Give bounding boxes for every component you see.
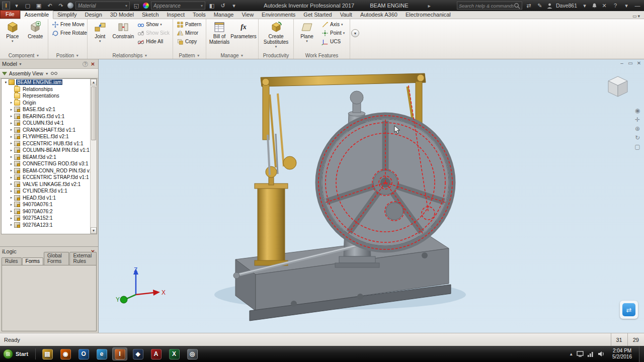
expand-arrow-icon[interactable]: ▸ bbox=[9, 189, 14, 193]
ribbon-tab-inspect[interactable]: Inspect bbox=[163, 11, 189, 19]
search-icon[interactable] bbox=[514, 3, 520, 9]
ribbon-tab-view[interactable]: View bbox=[237, 11, 258, 19]
taskbar-icon-explorer[interactable]: ▤ bbox=[40, 347, 55, 360]
ribbon-tab-file[interactable]: File bbox=[0, 10, 20, 19]
axis-button[interactable]: Axis ▾ bbox=[319, 20, 346, 29]
ilogic-tab-forms[interactable]: Forms bbox=[22, 257, 43, 265]
expand-arrow-icon[interactable]: ▸ bbox=[9, 203, 14, 207]
help-icon[interactable]: ? bbox=[611, 2, 620, 10]
appearance-caret-icon[interactable]: ▾ bbox=[201, 4, 203, 8]
ilogic-tab-global-forms[interactable]: Global Forms bbox=[44, 252, 69, 265]
view-mode-caret-icon[interactable]: ▼ bbox=[45, 72, 49, 75]
tree-item[interactable]: ▸ CYLINDER.f3d v1:1 bbox=[2, 188, 90, 195]
expand-arrow-icon[interactable]: ▸ bbox=[9, 135, 14, 139]
signed-in-user[interactable]: Dave861 bbox=[556, 3, 577, 9]
network-tray-icon[interactable] bbox=[587, 351, 594, 357]
help-search-input[interactable] bbox=[459, 3, 514, 9]
tree-item[interactable]: ▸ 90276A123:1 bbox=[2, 222, 90, 229]
taskbar-icon-inventor[interactable]: I bbox=[112, 347, 127, 360]
ribbon-tab-autodesk-a360[interactable]: Autodesk A360 bbox=[356, 11, 401, 19]
adjust-icon[interactable]: ◧ bbox=[207, 2, 216, 10]
expand-arrow-icon[interactable]: ▸ bbox=[9, 209, 14, 213]
tree-item[interactable]: ▸ 94070A076:1 bbox=[2, 201, 90, 208]
tree-item[interactable]: ▸ 94070A076:2 bbox=[2, 208, 90, 215]
ribbon-tab-vault[interactable]: Vault bbox=[336, 11, 356, 19]
copy-button[interactable]: Copy bbox=[175, 37, 203, 46]
tree-item[interactable]: ▸ BEARING.f3d v1:1 bbox=[2, 113, 90, 120]
user-caret-icon[interactable]: ▾ bbox=[580, 2, 589, 10]
free-rotate-button[interactable]: Free Rotate bbox=[50, 29, 89, 37]
panel-caret-icon[interactable]: ▼ bbox=[144, 54, 148, 57]
panel-caret-icon[interactable]: ▼ bbox=[240, 54, 244, 57]
volume-tray-icon[interactable] bbox=[598, 351, 605, 357]
expand-arrow-icon[interactable]: ▸ bbox=[9, 216, 14, 220]
title-chevron-icon[interactable]: ► bbox=[427, 4, 432, 9]
zoom-icon[interactable]: ⊕ bbox=[635, 126, 640, 132]
minimize-titlebar-icon[interactable]: — bbox=[633, 2, 642, 10]
ilogic-tab-external-rules[interactable]: External Rules bbox=[69, 252, 97, 265]
remote-session-overlay[interactable]: ⇄ bbox=[620, 301, 638, 319]
help-caret-icon[interactable]: ▾ bbox=[622, 2, 631, 10]
point-button[interactable]: Point ▾ bbox=[319, 29, 346, 37]
taskbar-icon-excel[interactable]: X bbox=[167, 347, 182, 360]
tree-item[interactable]: ▸ FLYWHEEL.f3d v2:1 bbox=[2, 133, 90, 140]
material-combobox[interactable]: Material ▾ bbox=[75, 2, 130, 10]
tree-item[interactable]: ▸ COLUMN-BEAM PIN.f3d v1:1 bbox=[2, 147, 90, 154]
panel-caret-icon[interactable]: ▼ bbox=[75, 54, 79, 57]
scroll-down-icon[interactable]: ▼ bbox=[91, 227, 97, 234]
app-menu-caret-icon[interactable]: ▾ bbox=[12, 2, 21, 10]
expand-arrow-icon[interactable]: ▸ bbox=[9, 101, 14, 105]
show-desktop-button[interactable] bbox=[639, 346, 644, 362]
close-session-icon[interactable]: ✕ bbox=[600, 2, 609, 10]
expand-arrow-icon[interactable]: ▸ bbox=[9, 128, 14, 132]
create-substitutes-caret-icon[interactable]: ▾ bbox=[275, 45, 277, 48]
inventor-logo-icon[interactable]: I bbox=[2, 2, 10, 10]
user-icon[interactable] bbox=[546, 3, 553, 9]
qat-customize-caret-icon[interactable]: ▾ bbox=[229, 2, 238, 10]
tree-item[interactable]: ▸ ECCENTRIC STRAP.f3d v1:1 bbox=[2, 174, 90, 181]
ilogic-tab-rules[interactable]: Rules bbox=[2, 257, 22, 265]
notification-bell-icon[interactable] bbox=[591, 3, 598, 9]
new-file-icon[interactable]: ▢ bbox=[23, 2, 32, 10]
tree-item[interactable]: ▸ Relationships bbox=[2, 86, 90, 93]
expand-arrow-icon[interactable]: ▸ bbox=[9, 108, 14, 112]
ribbon-tab-electromechanical[interactable]: Electromechanical bbox=[401, 11, 455, 19]
tree-item[interactable]: ▸ VALVE LINKAGE.f3d v2:1 bbox=[2, 181, 90, 188]
ucs-button[interactable]: UCS bbox=[319, 37, 346, 46]
model-panel-close-icon[interactable]: ✕ bbox=[90, 61, 96, 67]
taskbar-clock[interactable]: 2:04 PM 5/2/2016 bbox=[608, 348, 636, 360]
expand-arrow-icon[interactable]: ▸ bbox=[9, 148, 14, 152]
plane-caret-icon[interactable]: ▾ bbox=[306, 39, 308, 43]
free-move-button[interactable]: Free Move bbox=[50, 20, 89, 29]
axis-caret-icon[interactable]: ▾ bbox=[341, 23, 343, 27]
panel-label-productivity[interactable]: Productivity bbox=[260, 52, 292, 59]
display-tray-icon[interactable] bbox=[577, 351, 584, 357]
expand-arrow-icon[interactable]: ▸ bbox=[9, 175, 14, 179]
scroll-up-icon[interactable]: ▲ bbox=[91, 79, 97, 85]
doc-restore-icon[interactable]: ▭ bbox=[627, 60, 633, 66]
tree-item[interactable]: ▸ CONNECTING ROD.f3d v3:1 bbox=[2, 160, 90, 167]
doc-minimize-icon[interactable]: – bbox=[619, 60, 625, 66]
expand-arrow-icon[interactable]: ▸ bbox=[9, 168, 14, 172]
ribbon-toggle-caret-icon[interactable]: ▾ bbox=[637, 14, 640, 19]
expand-arrow-icon[interactable]: ▸ bbox=[9, 223, 14, 227]
model-panel-help-icon[interactable]: ? bbox=[83, 61, 88, 67]
ribbon-tab-assemble[interactable]: Assemble bbox=[20, 11, 53, 19]
model-panel-caret-icon[interactable]: ▼ bbox=[19, 62, 22, 66]
taskbar-icon-acrobat[interactable]: A bbox=[148, 347, 164, 360]
parameters-button[interactable]: fx Parameters bbox=[232, 20, 255, 40]
tree-item[interactable]: ▸ HEAD.f3d v1:1 bbox=[2, 195, 90, 202]
ribbon-tab-tools[interactable]: Tools bbox=[189, 11, 210, 19]
ribbon-overflow-button[interactable]: ▼ bbox=[351, 29, 359, 37]
remote-session-icon[interactable]: ⇄ bbox=[622, 303, 635, 316]
pencil-icon[interactable]: ✎ bbox=[535, 2, 544, 10]
place-caret-icon[interactable]: ▾ bbox=[12, 39, 14, 43]
pattern-button[interactable]: Pattern bbox=[175, 20, 203, 29]
taskbar-icon-camera[interactable]: ◎ bbox=[185, 347, 200, 360]
viewport-3d-canvas[interactable]: – ▭ ✕ ◉ ✛ ⊕ ↻ ▢ Z bbox=[99, 59, 644, 333]
create-substitutes-button[interactable]: Create Substitutes ▾ bbox=[261, 20, 292, 49]
doc-close-icon[interactable]: ✕ bbox=[636, 60, 642, 66]
tree-item[interactable]: ▸ ECCENTRIC HUB.f3d v1:1 bbox=[2, 140, 90, 147]
material-caret-icon[interactable]: ▾ bbox=[125, 4, 127, 8]
expand-arrow-icon[interactable]: ▾ bbox=[4, 80, 8, 84]
